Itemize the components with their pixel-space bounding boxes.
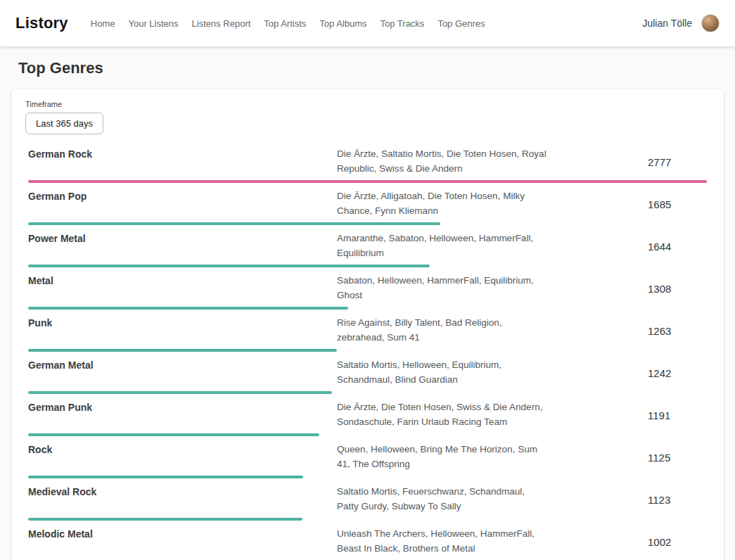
genres-card: Timeframe Last 365 days German Rock Die … — [11, 89, 724, 560]
genre-bar-fill — [28, 180, 707, 183]
genre-name: German Metal — [28, 358, 337, 371]
genre-bar-fill — [28, 349, 337, 352]
genre-name: Melodic Metal — [28, 527, 337, 540]
genre-name: Power Metal — [28, 231, 337, 244]
nav-link-home[interactable]: Home — [91, 18, 115, 29]
genre-row: German Punk Die Ärzte, Die Toten Hosen, … — [28, 400, 707, 436]
genre-name: German Pop — [28, 189, 337, 202]
genre-row: Melodic Metal Unleash The Archers, Hello… — [28, 527, 707, 560]
nav-link-top-artists[interactable]: Top Artists — [264, 18, 306, 29]
nav-link-top-albums[interactable]: Top Albums — [319, 18, 366, 29]
genre-artists: Sabaton, Helloween, HammerFall, Equilibr… — [337, 274, 548, 303]
genre-bar — [28, 433, 707, 436]
genre-bar-fill — [28, 265, 430, 267]
page-title: Top Genres — [18, 59, 735, 77]
nav-link-top-genres[interactable]: Top Genres — [437, 18, 485, 29]
genre-row: Punk Rise Against, Billy Talent, Bad Rel… — [28, 316, 707, 352]
genre-name: Medieval Rock — [28, 485, 337, 497]
genre-count: 1308 — [648, 283, 707, 295]
genre-count: 1242 — [648, 367, 707, 379]
genre-name: Metal — [28, 274, 337, 286]
genre-artists: Saltatio Mortis, Helloween, Equilibrium,… — [337, 358, 548, 388]
genre-bar-fill — [28, 307, 348, 310]
genre-bar-fill — [28, 391, 332, 394]
genre-name: Rock — [28, 443, 337, 455]
genre-row: Medieval Rock Saltatio Mortis, Feuerschw… — [28, 485, 707, 521]
genre-bar-fill — [28, 518, 302, 521]
genre-row: Metal Sabaton, Helloween, HammerFall, Eq… — [28, 274, 707, 310]
genre-bar-fill — [28, 222, 440, 225]
genre-artists: Die Ärzte, Alligatoah, Die Toten Hosen, … — [337, 189, 548, 219]
brand-logo[interactable]: Listory — [15, 14, 68, 32]
genre-row: German Rock Die Ärzte, Saltatio Mortis, … — [28, 147, 707, 183]
genre-count: 1123 — [648, 494, 707, 506]
nav-link-listens-report[interactable]: Listens Report — [192, 18, 251, 29]
genre-name: Punk — [28, 316, 337, 329]
nav-links: HomeYour ListensListens ReportTop Artist… — [91, 18, 643, 29]
nav-link-your-listens[interactable]: Your Listens — [128, 18, 178, 29]
genre-count: 1685 — [648, 198, 707, 210]
user-name[interactable]: Julian Tölle — [642, 18, 692, 29]
genre-artists: Amaranthe, Sabaton, Helloween, HammerFal… — [337, 231, 548, 261]
genre-count: 1191 — [648, 409, 707, 421]
nav-user-area: Julian Tölle — [642, 14, 720, 32]
genre-bar — [28, 476, 707, 478]
timeframe-label: Timeframe — [25, 100, 707, 108]
genre-artists: Die Ärzte, Die Toten Hosen, Swiss & Die … — [337, 400, 548, 430]
genre-bar — [28, 265, 707, 267]
genre-bar — [28, 180, 707, 183]
user-avatar[interactable] — [701, 14, 720, 32]
genre-row: German Pop Die Ärzte, Alligatoah, Die To… — [28, 189, 707, 225]
genre-artists: Queen, Helloween, Bring Me The Horizon, … — [337, 443, 548, 472]
genre-bar-fill — [28, 433, 319, 436]
genre-name: German Rock — [28, 147, 337, 160]
nav-link-top-tracks[interactable]: Top Tracks — [381, 18, 425, 29]
genre-count: 1002 — [648, 536, 707, 548]
genre-bar — [28, 307, 707, 310]
genre-count: 1644 — [648, 241, 707, 253]
genre-count: 1263 — [648, 325, 707, 337]
genre-row: Rock Queen, Helloween, Bring Me The Hori… — [28, 443, 707, 478]
genre-bar — [28, 518, 707, 521]
genre-count: 1125 — [648, 452, 707, 464]
genre-artists: Unleash The Archers, Helloween, HammerFa… — [337, 527, 548, 556]
genre-count: 2777 — [648, 156, 707, 168]
top-navbar: Listory HomeYour ListensListens ReportTo… — [0, 0, 735, 46]
genre-bar-fill — [28, 476, 303, 478]
genre-artists: Rise Against, Billy Talent, Bad Religion… — [337, 316, 548, 345]
genre-name: German Punk — [28, 400, 337, 413]
genre-bar — [28, 391, 707, 394]
genre-table: German Rock Die Ärzte, Saltatio Mortis, … — [25, 147, 707, 560]
genre-row: German Metal Saltatio Mortis, Helloween,… — [28, 358, 707, 394]
genre-artists: Saltatio Mortis, Feuerschwanz, Schandmau… — [337, 485, 548, 514]
timeframe-select-button[interactable]: Last 365 days — [25, 113, 103, 134]
genre-bar — [28, 222, 707, 225]
genre-artists: Die Ärzte, Saltatio Mortis, Die Toten Ho… — [337, 147, 548, 177]
genre-bar — [28, 349, 707, 352]
genre-row: Power Metal Amaranthe, Sabaton, Hellowee… — [28, 231, 707, 267]
